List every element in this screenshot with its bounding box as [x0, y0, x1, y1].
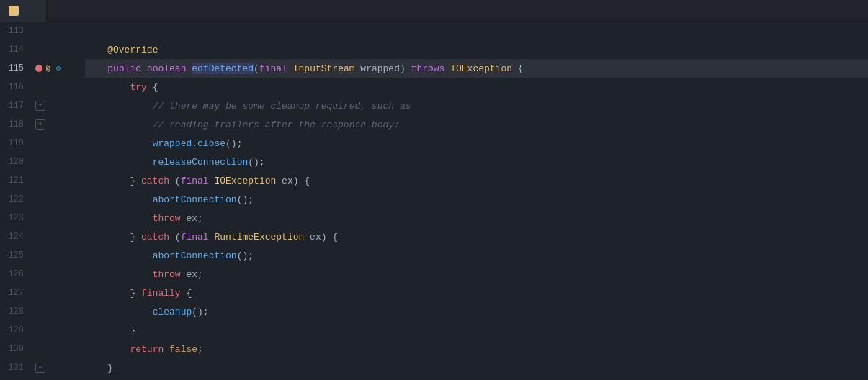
- fold-icon[interactable]: +: [35, 101, 45, 111]
- code-row: } catch (final IOException ex) {: [85, 171, 868, 190]
- line-number: 122: [0, 194, 32, 204]
- token: [85, 157, 153, 168]
- token: [85, 250, 153, 261]
- token: final: [181, 176, 209, 186]
- code-row: } catch (final RuntimeException ex) {: [85, 227, 868, 246]
- code-content[interactable]: @Override public boolean eofDetected(fin…: [79, 22, 868, 380]
- gutter-icons: +: [32, 119, 72, 130]
- token: return: [130, 344, 164, 355]
- token: // reading trailers after the response b…: [153, 119, 400, 130]
- gutter-icons: −: [32, 363, 72, 373]
- line-number: 116: [0, 82, 32, 92]
- gutter-row: 129: [0, 321, 79, 340]
- code-row: return false;: [85, 340, 868, 358]
- code-row: wrapped.close();: [85, 134, 868, 153]
- gutter-row: 127: [0, 284, 79, 302]
- gutter-row: 117+: [0, 96, 79, 115]
- gutter-icons: +: [32, 101, 72, 111]
- token: IOException: [450, 63, 512, 74]
- token: {: [147, 82, 158, 93]
- token: false: [169, 344, 197, 355]
- code-row: throw ex;: [85, 265, 868, 284]
- token: wrapped): [355, 63, 411, 74]
- token: ;: [197, 344, 203, 355]
- line-number: 117: [0, 101, 32, 111]
- token: [287, 63, 293, 74]
- fold-icon[interactable]: +: [35, 119, 45, 130]
- gutter-row: 126: [0, 265, 79, 284]
- editor-container: 113114115@⊕116117+118+119120121122123124…: [0, 0, 868, 380]
- code-row: abortConnection();: [85, 246, 868, 265]
- token: [85, 138, 153, 149]
- token: [85, 45, 107, 55]
- fold-icon[interactable]: −: [35, 363, 45, 373]
- token: throws: [411, 63, 445, 74]
- token: ex) {: [276, 176, 310, 186]
- token: [85, 194, 153, 205]
- token: [209, 232, 215, 243]
- token: [85, 101, 153, 112]
- token: // there may be some cleanup required, s…: [153, 101, 411, 112]
- code-row: @Override: [85, 40, 868, 59]
- code-row: abortConnection();: [85, 190, 868, 209]
- code-row: releaseConnection();: [85, 153, 868, 171]
- gutter-row: 120: [0, 153, 79, 171]
- line-number: 127: [0, 288, 32, 298]
- line-number: 131: [0, 363, 32, 373]
- token: ex) {: [304, 232, 338, 243]
- token: {: [181, 288, 192, 299]
- gutter-row: 128: [0, 302, 79, 321]
- token: }: [85, 325, 135, 336]
- gutter-row: 119: [0, 134, 79, 153]
- gutter-row: 115@⊕: [0, 59, 79, 78]
- token: catch: [141, 176, 169, 186]
- token: eofDetected: [192, 63, 254, 74]
- gutter-row: 123: [0, 209, 79, 227]
- tab-file-icon: [9, 6, 19, 16]
- gutter-row: 113: [0, 22, 79, 40]
- token: {: [512, 63, 524, 74]
- breakpoint-icon[interactable]: [35, 65, 42, 72]
- code-row: cleanup();: [85, 302, 868, 321]
- code-row: } finally {: [85, 284, 868, 302]
- active-tab[interactable]: [0, 0, 47, 22]
- annotation-icon[interactable]: ⊕: [54, 64, 63, 73]
- token: try: [130, 82, 146, 93]
- code-row: // reading trailers after the response b…: [85, 115, 868, 134]
- line-number: 124: [0, 232, 32, 242]
- gutter-row: 124: [0, 227, 79, 246]
- token: final: [181, 232, 209, 243]
- token: [164, 344, 169, 355]
- gutter-row: 125: [0, 246, 79, 265]
- tab-close-button[interactable]: [27, 6, 37, 16]
- gutter-row: 118+: [0, 115, 79, 134]
- token: abortConnection: [153, 194, 237, 205]
- line-number: 123: [0, 213, 32, 223]
- line-number: 129: [0, 325, 32, 335]
- token: (: [169, 232, 181, 243]
- line-number: 113: [0, 26, 32, 36]
- token: ();: [248, 157, 264, 168]
- token: cleanup: [153, 307, 192, 317]
- gutter-icons: @⊕: [32, 64, 72, 73]
- token: (: [254, 63, 259, 74]
- line-gutter: 113114115@⊕116117+118+119120121122123124…: [0, 22, 79, 380]
- code-row: // there may be some cleanup required, s…: [85, 96, 868, 115]
- line-number: 115: [0, 63, 32, 73]
- token: [85, 344, 130, 355]
- token: wrapped.close: [153, 138, 225, 149]
- token: [186, 63, 192, 74]
- token: releaseConnection: [153, 157, 249, 168]
- line-number: 120: [0, 157, 32, 167]
- token: [85, 213, 153, 224]
- token: ();: [192, 307, 208, 317]
- token: [85, 82, 130, 93]
- token: throw: [153, 269, 181, 280]
- line-number: 130: [0, 344, 32, 354]
- token: abortConnection: [153, 250, 237, 261]
- line-number: 126: [0, 269, 32, 279]
- token: }: [85, 288, 141, 299]
- line-number: 114: [0, 45, 32, 55]
- annotation-icon[interactable]: @: [44, 64, 53, 73]
- gutter-row: 130: [0, 340, 79, 358]
